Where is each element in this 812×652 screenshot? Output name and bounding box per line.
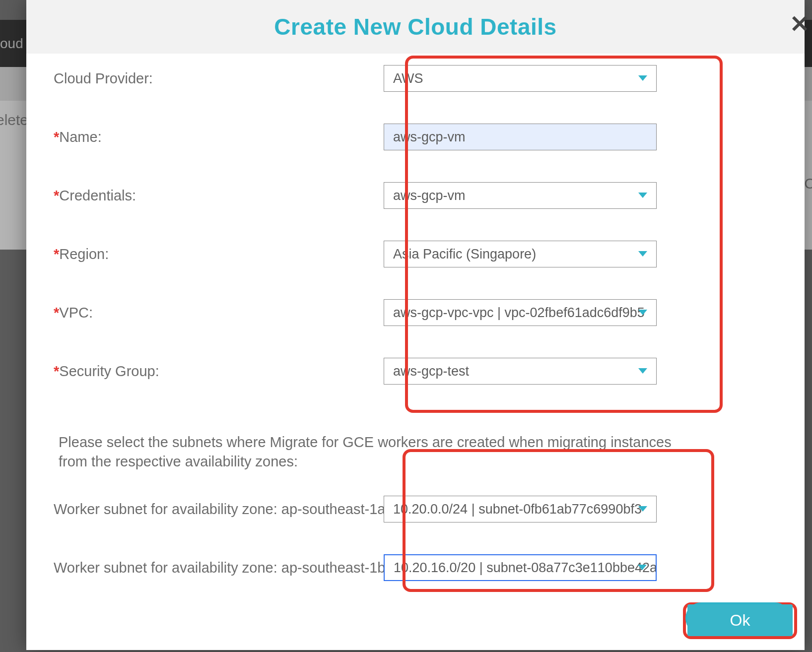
label-security-group-text: Security Group: xyxy=(59,363,159,379)
row-worker-subnet-1b: Worker subnet for availability zone: ap-… xyxy=(54,553,765,583)
close-icon[interactable]: ✕ xyxy=(790,10,810,38)
security-group-select[interactable]: aws-gcp-test xyxy=(384,358,657,385)
label-cloud-provider: Cloud Provider: xyxy=(54,70,384,87)
label-vpc: *VPC: xyxy=(54,305,384,321)
svg-marker-6 xyxy=(638,565,647,570)
create-cloud-details-modal: Create New Cloud Details ✕ Cloud Provide… xyxy=(26,0,805,650)
svg-marker-1 xyxy=(638,193,647,198)
worker-subnet-1a-value: 10.20.0.0/24 | subnet-0fb61ab77c6990bf3 xyxy=(393,502,642,517)
row-security-group: *Security Group: aws-gcp-test xyxy=(54,356,765,386)
subnet-helper-text: Please select the subnets where Migrate … xyxy=(59,433,684,471)
label-credentials-text: Credentials: xyxy=(59,188,136,203)
label-worker-subnet-1a: Worker subnet for availability zone: ap-… xyxy=(54,501,384,518)
required-asterisk: * xyxy=(54,246,59,262)
security-group-value: aws-gcp-test xyxy=(393,364,469,379)
label-region: *Region: xyxy=(54,246,384,262)
label-credentials: *Credentials: xyxy=(54,188,384,204)
worker-subnet-1b-select[interactable]: 10.20.16.0/20 | subnet-08a77c3e110bbe42a xyxy=(384,554,657,581)
label-worker-subnet-1b: Worker subnet for availability zone: ap-… xyxy=(54,560,384,576)
chevron-down-icon xyxy=(638,75,647,81)
label-name: *Name: xyxy=(54,129,384,145)
cloud-provider-select[interactable]: AWS xyxy=(384,65,657,92)
cloud-provider-value: AWS xyxy=(393,71,423,86)
credentials-select[interactable]: aws-gcp-vm xyxy=(384,182,657,209)
label-vpc-text: VPC: xyxy=(59,305,93,321)
modal-title: Create New Cloud Details xyxy=(274,13,556,40)
credentials-value: aws-gcp-vm xyxy=(393,188,466,203)
row-cloud-provider: Cloud Provider: AWS xyxy=(54,64,765,93)
svg-marker-5 xyxy=(638,506,647,512)
region-select[interactable]: Asia Pacific (Singapore) xyxy=(384,241,657,267)
ok-button[interactable]: Ok xyxy=(687,604,793,636)
svg-marker-3 xyxy=(638,310,647,315)
required-asterisk: * xyxy=(54,363,59,379)
chevron-down-icon xyxy=(638,251,647,257)
ok-button-wrap: Ok xyxy=(687,604,793,636)
label-region-text: Region: xyxy=(59,246,109,262)
label-name-text: Name: xyxy=(59,129,101,145)
modal-body[interactable]: Cloud Provider: AWS *Name: aws-gcp-vm xyxy=(26,54,805,650)
row-worker-subnet-1a: Worker subnet for availability zone: ap-… xyxy=(54,494,765,524)
vpc-value: aws-gcp-vpc-vpc | vpc-02fbef61adc6df9b5 xyxy=(393,305,645,321)
svg-marker-2 xyxy=(638,251,647,257)
worker-subnet-1a-select[interactable]: 10.20.0.0/24 | subnet-0fb61ab77c6990bf3 xyxy=(384,496,657,522)
chevron-down-icon xyxy=(638,506,647,512)
chevron-down-icon xyxy=(638,368,647,374)
row-name: *Name: aws-gcp-vm xyxy=(54,122,765,152)
modal-header: Create New Cloud Details ✕ xyxy=(26,0,805,54)
required-asterisk: * xyxy=(54,305,59,321)
required-asterisk: * xyxy=(54,188,59,203)
chevron-down-icon xyxy=(638,310,647,316)
row-credentials: *Credentials: aws-gcp-vm xyxy=(54,181,765,210)
worker-subnet-1b-value: 10.20.16.0/20 | subnet-08a77c3e110bbe42a xyxy=(394,560,657,576)
chevron-down-icon xyxy=(638,193,647,198)
svg-marker-4 xyxy=(638,368,647,374)
name-value: aws-gcp-vm xyxy=(393,130,466,145)
row-vpc: *VPC: aws-gcp-vpc-vpc | vpc-02fbef61adc6… xyxy=(54,298,765,327)
required-asterisk: * xyxy=(54,129,59,145)
label-cloud-provider-text: Cloud Provider: xyxy=(54,70,153,86)
name-input[interactable]: aws-gcp-vm xyxy=(384,124,657,150)
svg-marker-0 xyxy=(638,75,647,81)
row-region: *Region: Asia Pacific (Singapore) xyxy=(54,239,765,269)
region-value: Asia Pacific (Singapore) xyxy=(393,247,536,262)
vpc-select[interactable]: aws-gcp-vpc-vpc | vpc-02fbef61adc6df9b5 xyxy=(384,299,657,326)
label-security-group: *Security Group: xyxy=(54,363,384,380)
chevron-down-icon xyxy=(638,565,647,571)
